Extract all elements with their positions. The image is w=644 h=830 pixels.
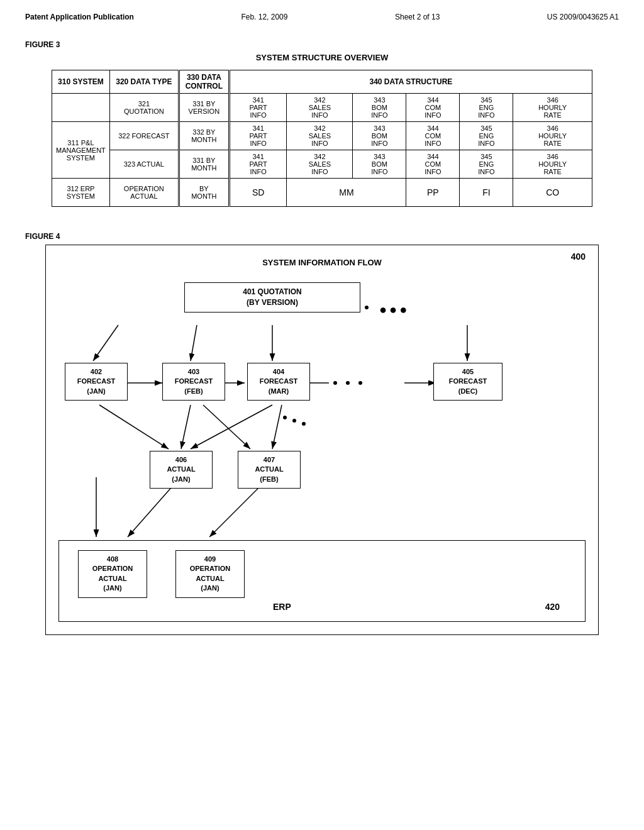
erp-mm: MM [287,179,406,207]
svg-point-19 [358,381,362,385]
svg-line-12 [191,405,272,449]
d343-f: 343BOMINFO [353,122,406,150]
svg-point-22 [365,306,369,309]
svg-line-11 [203,405,250,449]
datacontrol-by-month2: 331 BYMONTH [179,150,229,179]
d343-q: 343BOMINFO [353,94,406,122]
svg-point-17 [333,381,337,385]
d342-q: 342SALESINFO [287,94,353,122]
datacontrol-by-version: 331 BYVERSION [179,94,229,122]
svg-line-13 [272,405,282,449]
table-row: 312 ERPSYSTEM OPERATIONACTUAL BYMONTH SD… [52,179,592,207]
quotation-box: 401 QUOTATION(BY VERSION) [184,282,360,313]
svg-line-2 [191,325,197,361]
system-erp: 312 ERPSYSTEM [52,179,110,207]
figure4-container: FIGURE 4 SYSTEM INFORMATION FLOW 400 [25,232,619,635]
d342-a: 342SALESINFO [287,150,353,179]
erp-pp: PP [406,179,460,207]
svg-point-18 [346,381,350,385]
d346-f: 346HOURLYRATE [513,122,592,150]
col-datatype-header: 320 DATA TYPE [109,70,179,94]
pub-title: Patent Application Publication [25,13,134,21]
forecast-dec-box: 405FORECAST(DEC) [433,363,502,401]
svg-line-9 [99,405,169,449]
quotation-dots: ●●● [379,302,409,317]
sheet-info: Sheet 2 of 13 [395,13,440,21]
erp-co: CO [513,179,592,207]
table-row: 311 P&LMANAGEMENTSYSTEM 322 FORECAST 332… [52,122,592,150]
erp-number-label: 420 [545,602,560,612]
datatype-operation-actual: OPERATIONACTUAL [109,179,179,207]
svg-line-25 [209,484,263,537]
d344-q: 344COMINFO [406,94,460,122]
datatype-quotation: 321QUOTATION [109,94,179,122]
flow-diagram: 401 QUOTATION(BY VERSION) ●●● 402FORECAS… [58,270,586,622]
col-datastructure-header: 340 DATA STRUCTURE [229,70,592,94]
table-row: 323 ACTUAL 331 BYMONTH 341PARTINFO 342SA… [52,150,592,179]
d345-q: 345ENGINFO [460,94,513,122]
datacontrol-by-month1: 332 BYMONTH [179,122,229,150]
system-table: 310 SYSTEM 320 DATA TYPE 330 DATACONTROL… [52,70,592,207]
op-actual-jan2-box: 409OPERATIONACTUAL(JAN) [175,550,245,598]
op-actual-jan1-box: 408OPERATIONACTUAL(JAN) [78,550,147,598]
actual-feb-box: 407ACTUAL(FEB) [238,451,301,489]
system-pnl: 311 P&LMANAGEMENTSYSTEM [52,122,110,179]
forecast-mar-box: 404FORECAST(MAR) [247,363,310,401]
d345-f: 345ENGINFO [460,122,513,150]
svg-point-15 [292,419,296,423]
datatype-forecast: 322 FORECAST [109,122,179,150]
figure4-title: SYSTEM INFORMATION FLOW [58,258,586,267]
erp-sd: SD [229,179,287,207]
datacontrol-by-month3: BYMONTH [179,179,229,207]
svg-line-24 [128,484,175,537]
d343-a: 343BOMINFO [353,150,406,179]
d344-f: 344COMINFO [406,122,460,150]
d346-a: 346HOURLYRATE [513,150,592,179]
pub-date: Feb. 12, 2009 [241,13,287,21]
col-datacontrol-header: 330 DATACONTROL [179,70,229,94]
d341-q: 341PARTINFO [229,94,287,122]
d342-f: 342SALESINFO [287,122,353,150]
figure3-container: FIGURE 3 SYSTEM STRUCTURE OVERVIEW 310 S… [25,40,619,207]
figure3-label: FIGURE 3 [25,40,619,49]
table-row: 321QUOTATION 331 BYVERSION 341PARTINFO 3… [52,94,592,122]
actual-jan-box: 406ACTUAL(JAN) [150,451,213,489]
figure4-number: 400 [571,252,586,262]
figure3-title: SYSTEM STRUCTURE OVERVIEW [25,53,619,62]
pub-id: US 2009/0043625 A1 [547,13,619,21]
d346-q: 346HOURLYRATE [513,94,592,122]
erp-label: ERP [273,602,291,612]
page-header: Patent Application Publication Feb. 12, … [25,13,619,21]
svg-line-10 [181,405,191,449]
erp-section: 408OPERATIONACTUAL(JAN) 409OPERATIONACTU… [58,540,586,622]
figure4-box: SYSTEM INFORMATION FLOW 400 [45,245,599,635]
erp-fi: FI [460,179,513,207]
d341-a: 341PARTINFO [229,150,287,179]
forecast-feb-box: 403FORECAST(FEB) [162,363,225,401]
figure4-label: FIGURE 4 [25,232,619,241]
svg-point-14 [283,416,287,419]
d341-f: 341PARTINFO [229,122,287,150]
forecast-jan-box: 402FORECAST(JAN) [65,363,128,401]
datatype-actual: 323 ACTUAL [109,150,179,179]
svg-line-1 [93,325,118,361]
d345-a: 345ENGINFO [460,150,513,179]
d344-a: 344COMINFO [406,150,460,179]
svg-point-16 [302,422,306,426]
system-cell-empty1 [52,94,110,122]
col-system-header: 310 SYSTEM [52,70,110,94]
